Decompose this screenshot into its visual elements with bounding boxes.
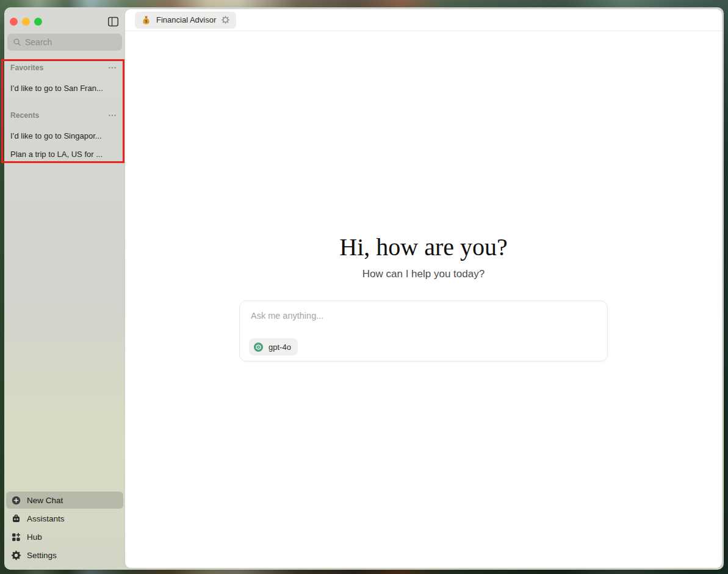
svg-text:$: $ — [145, 19, 148, 24]
minimize-button[interactable] — [22, 18, 30, 26]
favorites-section-header: Favorites — [4, 62, 125, 74]
page-title: Hi, how are you? — [125, 234, 722, 261]
gear-icon[interactable] — [221, 15, 230, 24]
favorites-menu-button[interactable] — [106, 63, 119, 73]
sidebar-item-label: Assistants — [27, 514, 65, 523]
app-window: Favorites I’d like to go to San Fran... … — [4, 7, 724, 570]
titlebar — [4, 7, 125, 29]
recents-label: Recents — [10, 111, 106, 120]
recents-section-header: Recents — [4, 109, 125, 122]
search-field[interactable] — [7, 34, 122, 51]
search-icon — [12, 37, 22, 47]
toggle-sidebar-button[interactable] — [106, 14, 120, 29]
ellipsis-icon — [107, 112, 117, 118]
message-input[interactable] — [240, 301, 607, 321]
favorites-label: Favorites — [10, 64, 106, 72]
sidebar-item-new-chat[interactable]: New Chat — [6, 492, 123, 509]
page-subtitle: How can I help you today? — [125, 268, 722, 280]
chat-item-la-trip[interactable]: Plan a trip to LA, US for ... — [4, 145, 125, 163]
tab-financial-advisor[interactable]: $ Financial Advisor — [135, 12, 236, 29]
sidebar-toggle-icon — [107, 16, 119, 27]
sidebar-item-hub[interactable]: Hub — [6, 528, 123, 545]
grid-plus-icon — [11, 532, 21, 542]
chat-item-singapore[interactable]: I’d like to go to Singapor... — [4, 126, 125, 145]
sidebar-footer: New Chat Assistants — [6, 492, 123, 564]
openai-logo-icon — [253, 341, 264, 353]
sidebar-item-assistants[interactable]: Assistants — [6, 510, 123, 527]
money-bag-icon: $ — [141, 15, 151, 25]
welcome-hero: Hi, how are you? How can I help you toda… — [125, 234, 722, 280]
model-selector-chip[interactable]: gpt-4o — [249, 338, 298, 355]
zoom-button[interactable] — [34, 18, 42, 26]
sidebar-item-label: Hub — [27, 532, 42, 542]
ellipsis-icon — [107, 65, 117, 71]
gear-icon — [11, 550, 21, 561]
traffic-lights — [10, 18, 42, 26]
main-panel: $ Financial Advisor — [125, 9, 722, 568]
tab-bar: $ Financial Advisor — [125, 9, 722, 31]
chat-item-san-francisco[interactable]: I’d like to go to San Fran... — [4, 79, 125, 97]
model-name: gpt-4o — [268, 343, 291, 352]
sidebar: Favorites I’d like to go to San Fran... … — [4, 7, 125, 570]
search-input[interactable] — [25, 37, 117, 47]
close-button[interactable] — [10, 18, 18, 26]
composer-card: gpt-4o — [239, 300, 608, 361]
sidebar-item-label: New Chat — [27, 496, 63, 505]
recents-menu-button[interactable] — [106, 111, 119, 120]
plus-circle-icon — [11, 495, 21, 506]
sidebar-item-label: Settings — [27, 551, 57, 560]
assistant-bag-icon — [11, 514, 21, 524]
sidebar-item-settings[interactable]: Settings — [6, 547, 123, 564]
tab-title: Financial Advisor — [156, 15, 216, 24]
